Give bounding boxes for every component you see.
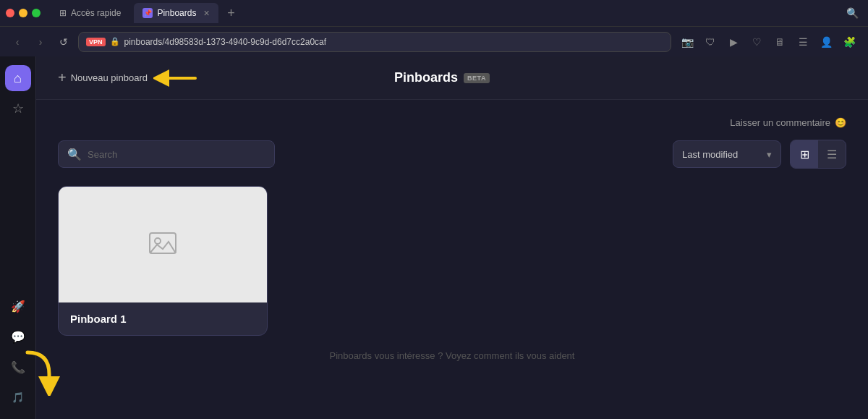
tab-pinboards[interactable]: 📌 Pinboards × (134, 3, 218, 23)
feedback-bar: Laisser un commentaire 😊 (58, 117, 846, 128)
list-icon: ☰ (827, 148, 837, 161)
pinboard-card[interactable]: Pinboard 1 (58, 186, 268, 336)
footer-label: Pinboards vous intéresse ? Voyez comment… (330, 350, 575, 361)
tab-close-icon[interactable]: × (203, 7, 209, 19)
chevron-down-icon: ▾ (767, 149, 772, 160)
search-input[interactable] (88, 149, 265, 160)
tab-acces-rapide-icon: ⊞ (59, 8, 67, 18)
account-icon[interactable]: 👤 (816, 32, 836, 52)
beta-badge: BETA (464, 73, 490, 83)
new-pinboard-button[interactable]: + Nouveau pinboard (58, 69, 148, 86)
toolbar-icons: 📷 🛡 ▶ ♡ 🖥 ☰ 👤 🧩 (677, 32, 859, 52)
toolbar-row: 🔍 Last modified ▾ ⊞ ☰ (58, 140, 846, 169)
back-icon: ‹ (16, 36, 20, 48)
card-preview (59, 187, 267, 302)
url-text: pinboards/4d98583d-1373-4940-9c9d-d6d7cc… (124, 37, 327, 47)
sidebar-item-home[interactable]: ⌂ (5, 65, 31, 91)
forward-button[interactable]: › (32, 33, 49, 51)
browser-chrome: ⊞ Accès rapide 📌 Pinboards × + 🔍 ‹ › ↺ V… (0, 0, 868, 56)
feedback-label: Laisser un commentaire (730, 117, 830, 128)
sidebar-item-star[interactable]: ☆ (5, 96, 31, 122)
address-bar: ‹ › ↺ VPN 🔒 pinboards/4d98583d-1373-4940… (0, 26, 868, 56)
reload-icon: ↺ (59, 36, 68, 48)
tab-acces-rapide-label: Accès rapide (71, 8, 121, 18)
minimize-button[interactable] (19, 9, 27, 17)
tab-pinboards-label: Pinboards (157, 8, 196, 18)
tab-bar: ⊞ Accès rapide 📌 Pinboards × + 🔍 (0, 0, 868, 26)
content-header: + Nouveau pinboard Pinboards BETA (36, 56, 868, 100)
sort-dropdown[interactable]: Last modified ▾ (673, 140, 781, 168)
list-view-button[interactable]: ☰ (818, 140, 846, 168)
extension-icon[interactable]: 🧩 (839, 32, 859, 52)
sidebar-item-whatsapp[interactable]: 📞 (5, 354, 31, 380)
tab-pinboards-icon: 📌 (142, 8, 153, 18)
menu-icon[interactable]: ☰ (793, 32, 813, 52)
maximize-button[interactable] (32, 9, 41, 17)
footer-text: Pinboards vous intéresse ? Voyez comment… (58, 336, 846, 376)
sidebar-item-rocket[interactable]: 🚀 (5, 293, 31, 319)
sidebar-bottom: 🚀 💬 📞 🎵 (5, 293, 31, 410)
feedback-button[interactable]: Laisser un commentaire 😊 (730, 117, 846, 128)
browser-search-icon[interactable]: 🔍 (842, 3, 862, 23)
content-area: Laisser un commentaire 😊 🔍 Last modified… (36, 100, 868, 419)
close-button[interactable] (6, 9, 14, 17)
grid-icon: ⊞ (800, 148, 809, 161)
grid-view-button[interactable]: ⊞ (791, 140, 818, 168)
arrow-decoration (153, 65, 197, 91)
view-toggle: ⊞ ☰ (790, 140, 846, 169)
sidebar-item-chat[interactable]: 💬 (5, 323, 31, 350)
traffic-lights (6, 9, 41, 17)
svg-rect-1 (150, 233, 176, 253)
play-icon[interactable]: ▶ (723, 32, 744, 52)
back-button[interactable]: ‹ (9, 33, 26, 51)
address-input[interactable]: VPN 🔒 pinboards/4d98583d-1373-4940-9c9d-… (78, 32, 671, 52)
vpn-badge: VPN (86, 38, 106, 46)
forward-icon: › (39, 36, 43, 48)
sort-label: Last modified (682, 149, 738, 160)
search-icon: 🔍 (67, 148, 82, 161)
shield-icon[interactable]: 🛡 (700, 32, 720, 52)
card-label: Pinboard 1 (59, 302, 267, 335)
new-pinboard-label: Nouveau pinboard (71, 72, 148, 83)
lock-icon: 🔒 (110, 37, 120, 46)
svg-point-2 (155, 238, 161, 244)
heart-icon[interactable]: ♡ (746, 32, 767, 52)
image-placeholder-icon (145, 227, 180, 262)
main-content: + Nouveau pinboard Pinboards BETA (36, 56, 868, 419)
page-title-area: Pinboards BETA (394, 70, 490, 85)
plus-icon: + (58, 69, 67, 86)
camera-icon[interactable]: 📷 (677, 32, 697, 52)
search-box[interactable]: 🔍 (58, 140, 275, 168)
app-layout: ⌂ ☆ 🚀 💬 📞 🎵 + Nouveau pinboard (0, 56, 868, 419)
page-title: Pinboards (394, 70, 458, 85)
tab-acces-rapide[interactable]: ⊞ Accès rapide (51, 3, 129, 23)
reload-button[interactable]: ↺ (55, 33, 72, 51)
sidebar: ⌂ ☆ 🚀 💬 📞 🎵 (0, 56, 36, 419)
display-icon[interactable]: 🖥 (770, 32, 790, 52)
feedback-icon: 😊 (835, 117, 846, 128)
pinboard-grid: Pinboard 1 (58, 186, 846, 336)
sidebar-item-music[interactable]: 🎵 (5, 384, 31, 410)
add-tab-button[interactable]: + (223, 4, 240, 22)
